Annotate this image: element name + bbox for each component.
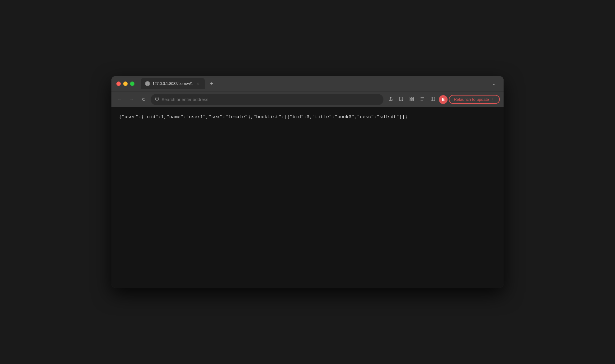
forward-icon: →	[129, 97, 134, 102]
minimize-button[interactable]	[123, 82, 128, 86]
title-bar: 127.0.0.1:8082/borrow/1 × + ⌄	[111, 76, 504, 91]
nav-actions: E Relaunch to update ⋮	[386, 95, 500, 104]
reading-list-icon	[420, 96, 425, 103]
tabs-area: 127.0.0.1:8082/borrow/1 × + ⌄	[141, 78, 499, 89]
tab-close-button[interactable]: ×	[195, 81, 200, 86]
tab-favicon	[145, 81, 150, 86]
bookmark-button[interactable]	[397, 95, 406, 104]
relaunch-button[interactable]: Relaunch to update ⋮	[449, 95, 500, 104]
back-icon: ←	[117, 97, 122, 102]
traffic-lights	[116, 82, 134, 86]
browser-window: 127.0.0.1:8082/borrow/1 × + ⌄ ← → ↻	[111, 76, 504, 288]
address-input[interactable]: 127.0.0.1:8082/borrow/1	[162, 97, 379, 102]
svg-rect-8	[410, 99, 411, 101]
bookmark-icon	[399, 96, 404, 103]
address-bar-container: 127.0.0.1:8082/borrow/1	[151, 94, 383, 105]
back-button[interactable]: ←	[115, 95, 124, 104]
tab-dropdown-button[interactable]: ⌄	[490, 80, 499, 87]
json-response: {"user":{"uid":1,"name":"user1","sex":"f…	[119, 114, 496, 121]
svg-rect-7	[412, 97, 414, 99]
forward-button[interactable]: →	[127, 95, 136, 104]
maximize-button[interactable]	[130, 82, 134, 86]
reading-list-button[interactable]	[418, 95, 427, 104]
sidebar-button[interactable]	[428, 95, 438, 104]
reload-button[interactable]: ↻	[139, 95, 148, 104]
active-tab[interactable]: 127.0.0.1:8082/borrow/1 ×	[141, 78, 205, 89]
nav-bar: ← → ↻ 127.0.0.1:8082/borrow/1	[111, 91, 504, 107]
svg-rect-13	[431, 97, 435, 101]
share-button[interactable]	[386, 95, 395, 104]
share-icon	[388, 96, 393, 103]
extensions-button[interactable]	[407, 95, 416, 104]
profile-avatar[interactable]: E	[439, 95, 448, 104]
reload-icon: ↻	[142, 96, 146, 102]
lock-icon	[155, 97, 159, 102]
close-button[interactable]	[116, 82, 121, 86]
tab-title: 127.0.0.1:8082/borrow/1	[153, 82, 193, 86]
svg-rect-6	[410, 97, 411, 99]
sidebar-icon	[430, 96, 435, 103]
extensions-icon	[409, 96, 414, 103]
relaunch-label: Relaunch to update	[454, 97, 489, 102]
more-options-icon: ⋮	[491, 97, 495, 102]
page-content: {"user":{"uid":1,"name":"user1","sex":"f…	[111, 107, 504, 288]
new-tab-button[interactable]: +	[207, 79, 216, 88]
svg-rect-9	[412, 99, 414, 101]
